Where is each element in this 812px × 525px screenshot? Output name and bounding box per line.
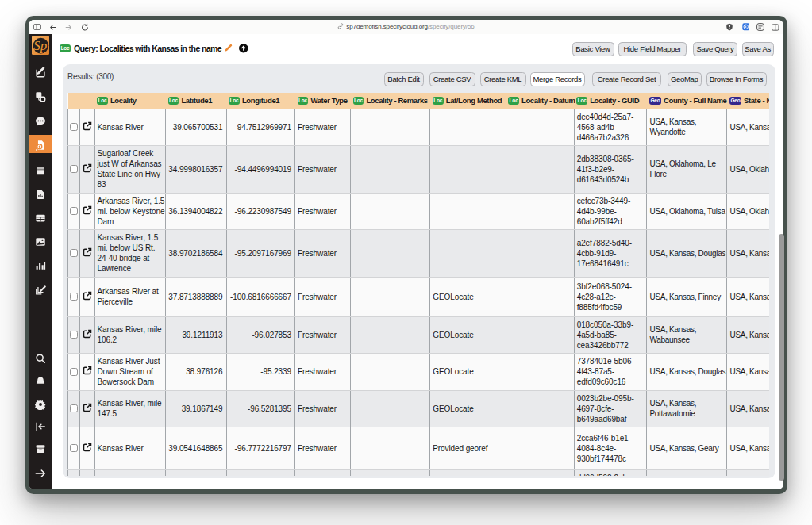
svg-text:Sp: Sp	[33, 38, 47, 53]
